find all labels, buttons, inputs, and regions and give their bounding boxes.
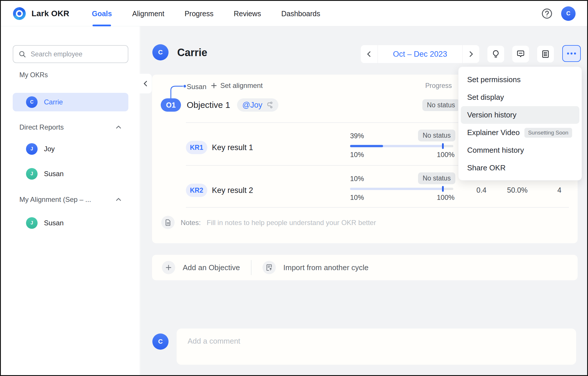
prev-cycle-button[interactable] [361, 45, 378, 63]
sidebar-item-label: Susan [44, 219, 64, 227]
menu-item-label: Explainer Video [467, 128, 520, 137]
kr1-badge: KR1 [186, 141, 207, 154]
chevron-up-icon[interactable] [115, 196, 122, 203]
kr2-status-badge[interactable]: No status [418, 172, 455, 184]
import-cycle-button[interactable]: Import from another cycle [262, 261, 369, 274]
sidebar-item-label: Joy [44, 145, 55, 153]
ellipsis-icon [567, 52, 576, 55]
nav-tab-progress[interactable]: Progress [184, 1, 213, 26]
import-document-icon [262, 261, 276, 274]
sidebar-item-joy[interactable]: J Joy [13, 140, 128, 158]
sidebar: My OKRs C Carrie Direct Reports J Joy J … [1, 26, 140, 376]
document-list-icon [541, 50, 550, 58]
sidebar-item-label: Susan [44, 170, 64, 178]
more-actions-button[interactable] [562, 45, 581, 62]
kr2-metric-score: 4 [557, 186, 561, 194]
susan-avatar: J [26, 217, 38, 229]
sunsetting-soon-badge: Sunsetting Soon [524, 128, 572, 138]
objective-title[interactable]: Objective 1 [187, 100, 230, 110]
kr1-status-badge[interactable]: No status [418, 130, 455, 141]
brand: Lark OKR [12, 7, 69, 21]
objective-mention-chip[interactable]: @Joy [237, 98, 278, 112]
progress-column-header: Progress [425, 82, 452, 90]
objective-status-badge[interactable]: No status [422, 99, 460, 111]
app-title: Lark OKR [32, 9, 69, 18]
kr2-badge: KR2 [186, 184, 207, 197]
notes-icon [161, 216, 175, 229]
kr2-progress-value: 10% [350, 175, 364, 183]
kr2-progress-bar[interactable] [350, 188, 453, 190]
kr1-title[interactable]: Key result 1 [212, 143, 253, 152]
section-direct-reports[interactable]: Direct Reports [19, 123, 122, 131]
nav-tab-goals[interactable]: Goals [92, 1, 112, 26]
lark-okr-logo-icon [12, 7, 26, 21]
set-alignment-button[interactable]: Set alignment [210, 82, 263, 90]
sidebar-item-carrie[interactable]: C Carrie [13, 93, 128, 111]
section-my-okrs: My OKRs [19, 71, 48, 79]
cycle-label[interactable]: Oct – Dec 2023 [378, 45, 463, 63]
menu-item-comment-history[interactable]: Comment history [461, 141, 579, 159]
menu-item-set-display[interactable]: Set display [461, 89, 579, 106]
vertical-divider [251, 260, 252, 275]
notes-placeholder[interactable]: Fill in notes to help people understand … [207, 219, 376, 227]
primary-nav: Goals Alignment Progress Reviews Dashboa… [92, 1, 320, 26]
plus-icon [162, 261, 175, 274]
kr2-range-min: 10% [350, 193, 364, 202]
kr2-metric-start: 0.4 [476, 186, 487, 194]
search-employee-box[interactable] [13, 45, 128, 63]
kr1-range-min: 10% [350, 151, 364, 159]
app-window: Lark OKR Goals Alignment Progress Review… [0, 0, 588, 376]
menu-item-version-history[interactable]: Version history [461, 106, 579, 124]
sidebar-item-susan[interactable]: J Susan [13, 165, 128, 183]
comment-placeholder: Add a comment [188, 337, 240, 345]
sidebar-item-susan-alignment[interactable]: J Susan [13, 214, 128, 232]
menu-item-set-permissions[interactable]: Set permissions [461, 71, 579, 89]
details-button[interactable] [537, 46, 554, 62]
kr1-progress-bar[interactable] [350, 145, 453, 147]
owner-avatar: C [152, 44, 169, 60]
next-cycle-button[interactable] [463, 45, 479, 63]
sidebar-item-label: Carrie [44, 98, 63, 106]
lightbulb-icon [491, 50, 500, 58]
plus-icon [210, 82, 217, 89]
cycle-switcher: Oct – Dec 2023 [361, 45, 479, 63]
section-title: Direct Reports [19, 123, 64, 131]
section-my-alignment[interactable]: My Alignment (Sep – ... [19, 196, 122, 204]
notes-label: Notes: [181, 219, 201, 227]
set-alignment-label: Set alignment [220, 82, 263, 90]
add-objective-button[interactable]: Add an Objective [162, 261, 240, 274]
objective-badge: O1 [161, 98, 181, 112]
add-objective-label: Add an Objective [183, 263, 240, 272]
kr2-range-max: 100% [437, 193, 454, 202]
feedback-button[interactable] [512, 46, 529, 62]
objective-actions-card: Add an Objective Import from another cyc… [152, 255, 578, 280]
top-navigation: Lark OKR Goals Alignment Progress Review… [1, 1, 587, 26]
menu-item-explainer-video[interactable]: Explainer Video Sunsetting Soon [461, 124, 579, 141]
alignment-branch-icon [266, 101, 273, 109]
nav-tab-alignment[interactable]: Alignment [132, 1, 164, 26]
tips-button[interactable] [487, 46, 504, 62]
user-avatar[interactable]: C [561, 6, 576, 21]
help-icon[interactable] [541, 8, 552, 19]
kr2-title[interactable]: Key result 2 [212, 186, 253, 195]
comment-avatar: C [152, 333, 169, 350]
joy-avatar: J [26, 143, 38, 155]
kr2-metric-weight: 50.0% [507, 186, 528, 194]
carrie-avatar: C [26, 96, 38, 108]
aligned-parent[interactable]: Susan [187, 83, 206, 91]
section-title: My Alignment (Sep – ... [19, 196, 91, 204]
search-input[interactable] [31, 50, 123, 58]
menu-item-share-okr[interactable]: Share OKR [461, 159, 579, 177]
nav-tab-reviews[interactable]: Reviews [234, 1, 261, 26]
kr1-range-max: 100% [437, 151, 454, 159]
susan-avatar: J [26, 168, 38, 180]
divider [186, 207, 569, 208]
more-actions-menu: Set permissions Set display Version hist… [458, 67, 582, 180]
nav-tab-dashboards[interactable]: Dashboards [281, 1, 320, 26]
comment-bubble-icon [516, 50, 525, 58]
import-cycle-label: Import from another cycle [283, 263, 369, 272]
chevron-up-icon[interactable] [115, 124, 122, 131]
main-content: C Carrie Oct – Dec 2023 [140, 26, 587, 375]
collapse-sidebar-handle[interactable] [140, 74, 152, 93]
comment-input[interactable]: Add a comment [177, 329, 576, 365]
